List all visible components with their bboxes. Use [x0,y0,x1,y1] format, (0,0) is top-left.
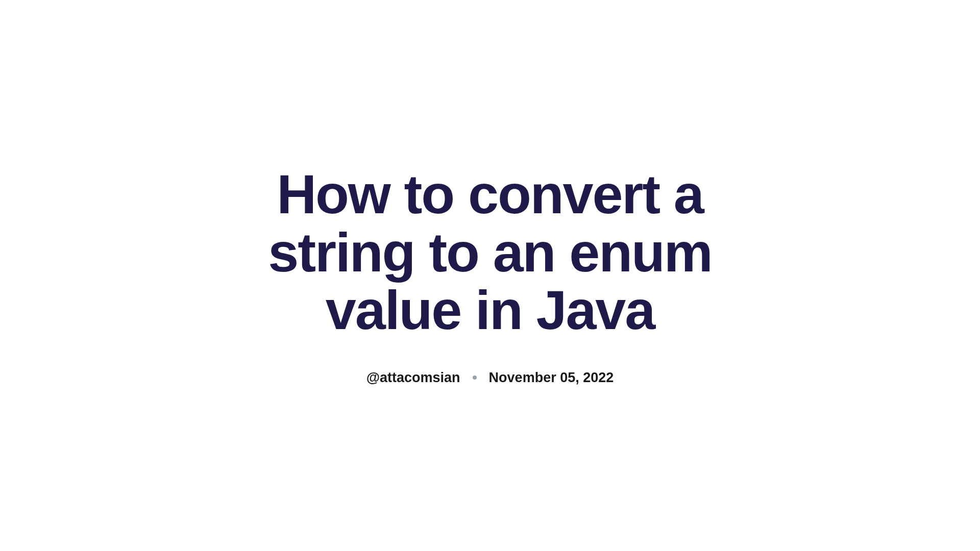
author-handle[interactable]: @attacomsian [366,370,460,386]
publish-date: November 05, 2022 [489,370,614,386]
article-meta: @attacomsian November 05, 2022 [230,370,750,386]
article-title: How to convert a string to an enum value… [230,165,750,339]
article-header: How to convert a string to an enum value… [209,165,771,385]
meta-separator-icon [473,375,477,380]
